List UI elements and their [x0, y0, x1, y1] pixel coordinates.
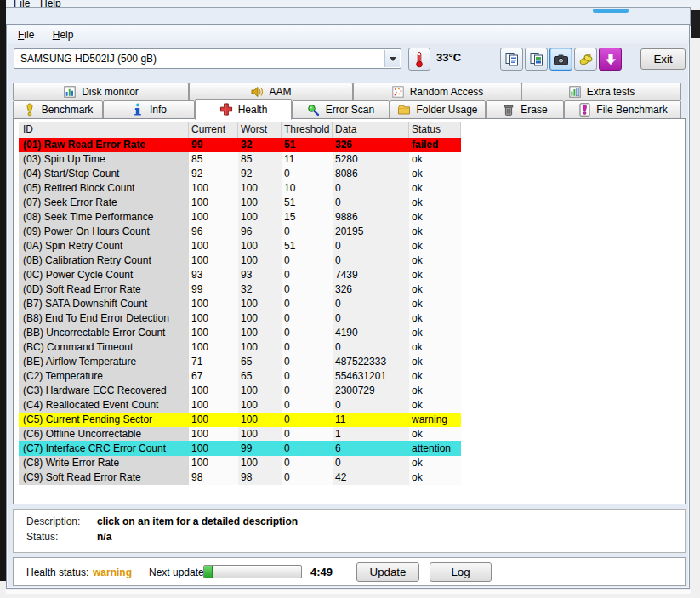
cell-id: (B7) SATA Downshift Count: [19, 297, 189, 311]
tab-info[interactable]: Info: [103, 100, 195, 119]
table-row[interactable]: (0B) Calibration Retry Count10010000ok: [19, 253, 461, 268]
cell-status: failed: [409, 138, 461, 152]
table-row[interactable]: (04) Start/Stop Count929208086ok: [19, 167, 461, 181]
table-row[interactable]: (BB) Uncorrectable Error Count1001000419…: [19, 326, 461, 340]
help-menu[interactable]: Help: [45, 26, 82, 43]
cell-data: 5280: [333, 152, 409, 167]
table-row[interactable]: (C7) Interface CRC Error Count1009906att…: [19, 441, 461, 456]
cell-worst: 65: [238, 369, 282, 384]
cell-status: ok: [409, 384, 461, 398]
cell-data: 0: [333, 239, 409, 253]
table-row[interactable]: (C2) Temperature67650554631201ok: [19, 369, 461, 384]
table-row[interactable]: (05) Retired Block Count100100100ok: [19, 181, 461, 196]
cell-current: 100: [189, 239, 238, 253]
cell-threshold: 51: [282, 138, 333, 152]
cell-worst: 98: [238, 470, 282, 485]
cell-worst: 85: [238, 152, 282, 167]
table-row[interactable]: (C6) Offline Uncorrectable10010001ok: [19, 427, 461, 441]
table-row[interactable]: (BE) Airflow Temperature71650487522333ok: [19, 355, 461, 369]
cell-threshold: 0: [282, 282, 333, 297]
cell-threshold: 0: [282, 311, 333, 326]
cell-status: ok: [409, 456, 461, 470]
cell-id: (C4) Reallocated Event Count: [19, 398, 189, 413]
cell-data: 487522333: [333, 355, 409, 369]
cell-data: 1: [333, 427, 409, 441]
table-row[interactable]: (08) Seek Time Performance100100159886ok: [19, 210, 461, 225]
tab-error-scan[interactable]: Error Scan: [292, 100, 390, 119]
log-button[interactable]: Log: [430, 562, 492, 582]
tab-benchmark[interactable]: Benchmark: [13, 100, 103, 119]
aam-speaker-icon: [250, 85, 264, 99]
cell-threshold: 11: [282, 152, 333, 167]
table-row[interactable]: (0D) Soft Read Error Rate99320326ok: [19, 282, 461, 297]
table-row[interactable]: (C4) Reallocated Event Count10010000ok: [19, 398, 461, 413]
cell-worst: 100: [238, 239, 282, 253]
table-row[interactable]: (03) Spin Up Time8585115280ok: [19, 152, 461, 167]
column-header-threshold[interactable]: Threshold: [282, 122, 333, 138]
cell-current: 71: [189, 355, 238, 369]
table-row[interactable]: (C8) Write Error Rate10010000ok: [19, 456, 461, 470]
next-update-progress: [203, 565, 302, 578]
table-row[interactable]: (BC) Command Timeout10010000ok: [19, 340, 461, 355]
tab-folder-usage[interactable]: Folder Usage: [390, 100, 486, 119]
table-row[interactable]: (C3) Hardware ECC Recovered1001000230072…: [19, 384, 461, 398]
column-header-status[interactable]: Status: [409, 122, 461, 138]
download-button[interactable]: [599, 48, 622, 71]
table-row[interactable]: (01) Raw Read Error Rate993251326failed: [19, 138, 461, 152]
tab-disk-monitor[interactable]: Disk monitor: [13, 83, 189, 100]
table-row[interactable]: (07) Seek Error Rate100100510ok: [19, 196, 461, 210]
exit-button[interactable]: Exit: [640, 48, 686, 70]
cell-status: ok: [409, 167, 461, 181]
next-update-label: Next update:: [149, 567, 207, 578]
folder-icon: [397, 103, 411, 117]
screenshot-button[interactable]: [549, 48, 572, 71]
temperature-button[interactable]: [408, 48, 430, 71]
tab-file-benchmark[interactable]: File Benchmark: [564, 100, 681, 119]
cell-worst: 32: [238, 138, 282, 152]
donate-button[interactable]: [574, 48, 597, 71]
cell-id: (C8) Write Error Rate: [19, 456, 189, 470]
copy-text-button[interactable]: [500, 48, 523, 71]
tab-extra-tests[interactable]: Extra tests: [521, 83, 681, 100]
table-row[interactable]: (0A) Spin Retry Count100100510ok: [19, 239, 461, 253]
tab-health[interactable]: Health: [195, 99, 292, 120]
cell-current: 93: [189, 268, 238, 282]
table-row[interactable]: (B7) SATA Downshift Count10010000ok: [19, 297, 461, 311]
cell-status: ok: [409, 239, 461, 253]
tab-random-access[interactable]: Random Access: [353, 83, 521, 100]
cell-threshold: 51: [282, 196, 333, 210]
table-row[interactable]: (C5) Current Pending Sector100100011warn…: [19, 413, 461, 427]
column-header-data[interactable]: Data: [333, 122, 409, 138]
table-row[interactable]: (C9) Soft Read Error Rate9898042ok: [19, 470, 461, 485]
combo-dropdown-button[interactable]: [384, 50, 400, 67]
copy-text-icon: [504, 52, 520, 67]
cell-data: 4190: [333, 326, 409, 340]
copy-image-button[interactable]: [525, 48, 548, 71]
table-row[interactable]: (0C) Power Cycle Count939307439ok: [19, 268, 461, 282]
cell-status: ok: [409, 470, 461, 485]
update-button[interactable]: Update: [356, 562, 419, 582]
description-value: click on an item for a detailed descript…: [97, 515, 298, 527]
column-header-current[interactable]: Current: [189, 122, 238, 138]
cell-worst: 92: [238, 167, 282, 181]
cell-threshold: 0: [282, 253, 333, 268]
cell-current: 92: [189, 167, 238, 181]
column-header-id[interactable]: ID: [19, 122, 189, 138]
drive-selector[interactable]: SAMSUNG HD502IJ (500 gB): [14, 48, 401, 69]
column-header-worst[interactable]: Worst: [238, 122, 282, 138]
file-menu[interactable]: File: [10, 26, 42, 43]
table-row[interactable]: (09) Power On Hours Count9696020195ok: [19, 225, 461, 239]
tab-aam[interactable]: AAM: [189, 83, 353, 100]
cell-id: (09) Power On Hours Count: [19, 225, 189, 239]
cell-id: (BB) Uncorrectable Error Count: [19, 326, 189, 340]
cell-current: 67: [189, 369, 238, 384]
tab-erase[interactable]: Erase: [486, 100, 564, 119]
smart-table-body: (01) Raw Read Error Rate993251326failed(…: [19, 138, 461, 485]
extra-tests-icon: [568, 85, 582, 99]
cell-id: (BE) Airflow Temperature: [19, 355, 189, 369]
description-label: Description:: [26, 515, 80, 527]
cell-status: ok: [409, 282, 461, 297]
table-row[interactable]: (B8) End To End Error Detection10010000o…: [19, 311, 461, 326]
cell-id: (C7) Interface CRC Error Count: [19, 441, 189, 456]
tab-label: Disk monitor: [82, 86, 139, 98]
